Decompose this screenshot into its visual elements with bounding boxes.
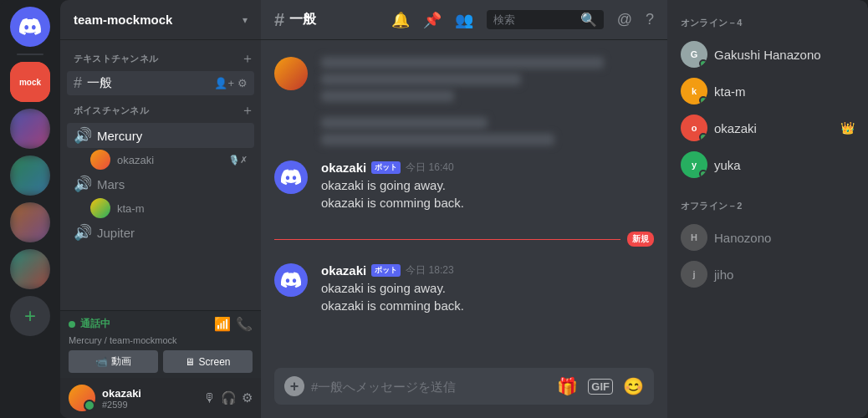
server-icon-team[interactable]: mock — [10, 62, 50, 102]
message-group-2: okazaki ボット 今日 18:23 okazaki is going aw… — [261, 260, 667, 318]
channel-item-jupiter[interactable]: 🔊 Jupiter — [67, 220, 254, 245]
server-icon-blurred-4[interactable] — [10, 249, 50, 289]
msg-text-1-line1: okazaki is going away. — [321, 176, 654, 194]
member-badge-okazaki: 👑 — [840, 121, 855, 135]
main-channel-name: 一般 — [289, 11, 316, 28]
online-indicator-yuka — [699, 170, 707, 178]
member-name-kta: kta-m — [714, 84, 855, 99]
voice-category-header[interactable]: ボイスチャンネル ＋ — [60, 99, 261, 123]
blurred-bar — [321, 74, 521, 85]
online-indicator-hanazono — [699, 59, 707, 68]
member-item-jiho[interactable]: j jiho — [674, 256, 861, 293]
server-icon-blurred-3[interactable] — [10, 202, 50, 242]
search-input[interactable] — [493, 13, 577, 26]
channel-sidebar: team-mockmock ▾ テキストチャンネル ＋ # 一般 👤+ ⚙ ボイ… — [60, 0, 261, 418]
add-server-button[interactable]: + — [10, 296, 50, 336]
new-badge: 新規 — [627, 232, 654, 247]
chevron-down-icon: ▾ — [243, 14, 248, 26]
member-avatar-hanozono-offline: H — [681, 224, 707, 251]
channel-item-mars[interactable]: 🔊 Mars — [67, 171, 254, 196]
gif-icon[interactable]: GIF — [588, 379, 613, 395]
divider-line — [274, 239, 620, 240]
video-button[interactable]: 📹 動画 — [69, 350, 158, 373]
voice-member-avatar-img-okazaki — [90, 150, 110, 170]
gift-icon[interactable]: 🎁 — [557, 376, 578, 396]
search-box[interactable]: 🔍 — [487, 10, 604, 29]
server-icon-home[interactable] — [10, 7, 50, 47]
member-name-hanazono: Gakushi Hanazono — [714, 48, 855, 62]
settings-icon[interactable]: ⚙ — [237, 77, 248, 89]
member-avatar-img-hanozono-offline: H — [681, 224, 707, 251]
member-name-yuka: yuka — [714, 158, 855, 172]
voice-category-label: ボイスチャンネル — [74, 104, 149, 117]
pin-icon[interactable]: 📌 — [423, 11, 442, 29]
offline-category-label: オフライン－2 — [674, 196, 861, 216]
main-header-channel: # 一般 — [274, 9, 385, 31]
member-item-kta[interactable]: k kta-m — [674, 73, 861, 110]
msg-author-1: okazaki — [321, 161, 366, 175]
voice-member-avatar-okazaki — [90, 150, 110, 170]
server-icon-blurred-1[interactable] — [10, 109, 50, 149]
blurred-bar — [321, 57, 604, 69]
message-input[interactable] — [311, 380, 550, 394]
members-sidebar: オンライン－4 G Gakushi Hanazono k kta-m — [667, 0, 868, 418]
voice-member-avatar-kta — [90, 198, 110, 218]
voice-member-okazaki[interactable]: okazaki 🎙️✗ — [67, 148, 254, 171]
channel-name-general: 一般 — [87, 75, 209, 91]
msg-timestamp-1: 今日 16:40 — [406, 161, 453, 175]
server-name: team-mockmock — [74, 13, 172, 27]
video-icon: 📹 — [95, 356, 108, 368]
message-input-box: + 🎁 GIF 😊 — [274, 368, 654, 405]
channel-item-mercury[interactable]: 🔊 Mercury — [67, 123, 254, 148]
user-settings-icon[interactable]: ⚙ — [242, 390, 253, 405]
channel-name-mars: Mars — [97, 177, 248, 191]
headset-icon[interactable]: 🎧 — [221, 390, 237, 405]
text-category-label: テキストチャンネル — [74, 53, 158, 65]
disconnect-icon[interactable]: 📞 — [236, 316, 253, 332]
mic-icon[interactable]: 🎙 — [203, 390, 216, 405]
blurred-content-1 — [321, 57, 654, 107]
blurred-avatar-1 — [274, 57, 308, 90]
sidebar-header[interactable]: team-mockmock ▾ — [60, 0, 261, 40]
channel-item-general[interactable]: # 一般 👤+ ⚙ — [67, 71, 254, 95]
blurred-bar-2 — [321, 117, 488, 129]
user-discriminator: #2599 — [102, 400, 197, 410]
member-item-hanazono[interactable]: G Gakushi Hanazono — [674, 36, 861, 73]
online-indicator-okazaki — [699, 133, 707, 141]
voice-member-avatar-img-kta — [90, 198, 110, 218]
input-icons: 🎁 GIF 😊 — [557, 376, 644, 396]
add-text-channel-icon[interactable]: ＋ — [241, 50, 254, 68]
server-icon-blurred-2[interactable] — [10, 155, 50, 196]
add-voice-channel-icon[interactable]: ＋ — [241, 102, 254, 120]
member-item-yuka[interactable]: y yuka — [674, 146, 861, 183]
member-avatar-okazaki: o — [681, 115, 707, 141]
bot-badge-2: ボット — [371, 264, 401, 277]
member-avatar-jiho: j — [681, 261, 707, 288]
user-panel: okazaki #2599 🎙 🎧 ⚙ — [60, 378, 261, 418]
blurred-bar — [321, 90, 454, 102]
member-item-okazaki[interactable]: o okazaki 👑 — [674, 110, 861, 146]
voice-channel-category: ボイスチャンネル ＋ 🔊 Mercury okazaki 🎙️✗ 🔊 Mars — [60, 99, 261, 245]
text-category-header[interactable]: テキストチャンネル ＋ — [60, 47, 261, 71]
member-name-okazaki: okazaki — [714, 121, 834, 135]
hash-icon: # — [74, 74, 82, 92]
members-icon[interactable]: 👥 — [455, 11, 473, 29]
voice-icon-mercury: 🔊 — [74, 126, 92, 145]
channel-list: テキストチャンネル ＋ # 一般 👤+ ⚙ ボイスチャンネル ＋ 🔊 Mer — [60, 40, 261, 310]
signal-icon[interactable]: 📶 — [214, 316, 231, 332]
mute-icon: 🎙️✗ — [228, 155, 248, 166]
msg-author-2: okazaki — [321, 263, 366, 278]
call-buttons: 📹 動画 🖥 Screen — [69, 350, 253, 373]
voice-member-kta[interactable]: kta-m — [67, 196, 254, 220]
voice-icon-jupiter: 🔊 — [74, 223, 92, 242]
member-item-hanozono-offline[interactable]: H Hanozono — [674, 219, 861, 256]
help-icon[interactable]: ? — [646, 11, 654, 28]
emoji-icon[interactable]: 😊 — [623, 376, 644, 396]
bell-icon[interactable]: 🔔 — [391, 11, 410, 29]
mention-icon[interactable]: @ — [617, 11, 632, 28]
screen-button[interactable]: 🖥 Screen — [163, 350, 253, 373]
add-member-icon[interactable]: 👤+ — [214, 77, 234, 89]
member-avatar-img-jiho: j — [681, 261, 707, 288]
channel-actions: 👤+ ⚙ — [214, 77, 248, 89]
attach-file-button[interactable]: + — [284, 376, 304, 396]
